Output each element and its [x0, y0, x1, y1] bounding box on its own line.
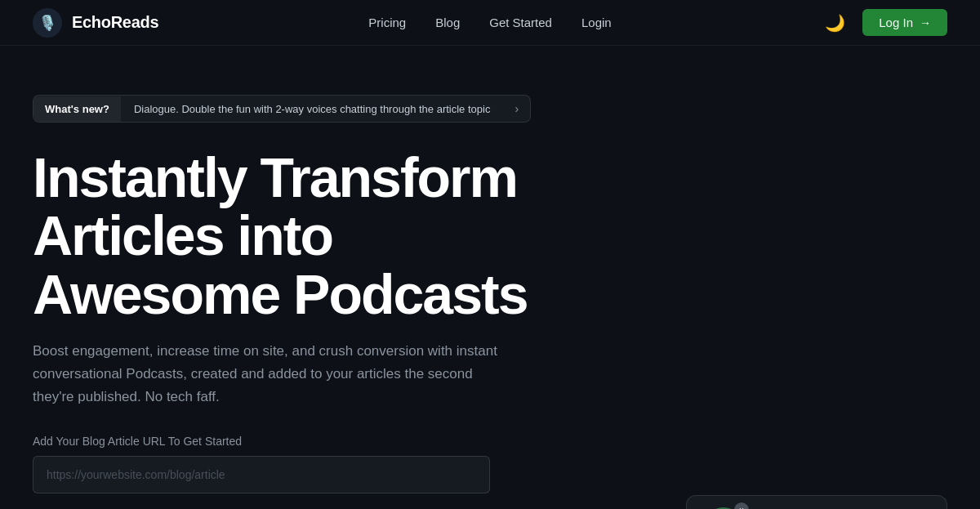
logo-icon: 🎙️ [33, 8, 62, 38]
hero-subtext: Boost engagement, increase time on site,… [33, 340, 498, 409]
whats-new-text: Dialogue. Double the fun with 2-way voic… [121, 96, 503, 122]
url-input-row [33, 456, 947, 493]
nav-login[interactable]: Login [581, 16, 612, 29]
url-label: Add Your Blog Article URL To Get Started [33, 435, 947, 448]
login-label: Log In [879, 16, 913, 29]
navbar-right: 🌙 Log In → [820, 8, 947, 38]
nav-pricing[interactable]: Pricing [368, 16, 406, 29]
main-content: What's new? Dialogue. Double the fun wit… [0, 46, 980, 509]
login-arrow-icon: → [920, 16, 931, 29]
login-button[interactable]: Log In → [862, 9, 947, 36]
nav-blog[interactable]: Blog [435, 16, 460, 29]
whats-new-chevron-icon: › [503, 96, 530, 122]
logo-emoji: 🎙️ [38, 14, 56, 32]
hero-heading: Instantly Transform Articles into Awesom… [33, 149, 539, 324]
podcast-close-button[interactable]: × [734, 502, 749, 509]
navbar: 🎙️ EchoReads Pricing Blog Get Started Lo… [0, 0, 980, 46]
brand-name: EchoReads [72, 13, 158, 32]
podcast-preview-card: 🎙️ × Instantly Transform Article Article… [686, 495, 947, 509]
whats-new-banner[interactable]: What's new? Dialogue. Double the fun wit… [33, 95, 531, 123]
nav-links: Pricing Blog Get Started Login [368, 16, 611, 29]
brand: 🎙️ EchoReads [33, 8, 158, 38]
url-input[interactable] [33, 456, 490, 493]
nav-get-started[interactable]: Get Started [489, 16, 552, 29]
theme-toggle-button[interactable]: 🌙 [820, 8, 849, 38]
whats-new-tag: What's new? [33, 96, 121, 122]
